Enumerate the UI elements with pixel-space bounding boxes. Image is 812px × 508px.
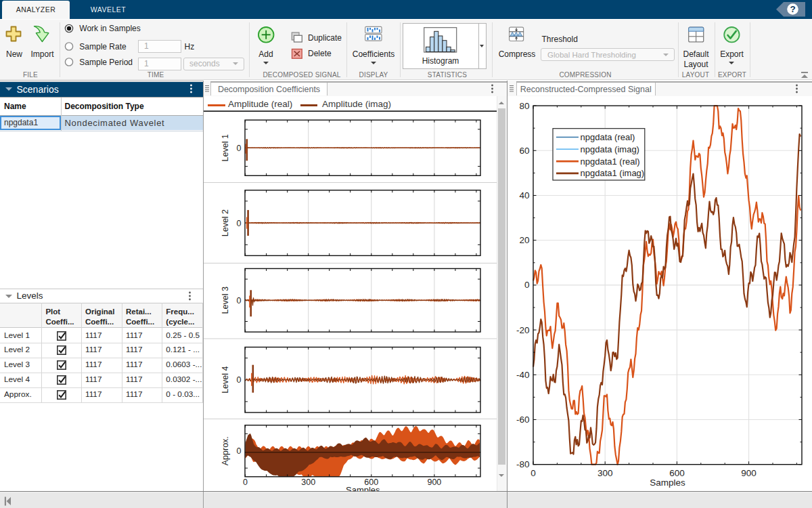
svg-text:Approx.: Approx. bbox=[221, 436, 230, 465]
svg-text:600: 600 bbox=[669, 467, 685, 478]
svg-text:Samples: Samples bbox=[346, 485, 380, 491]
svg-text:0: 0 bbox=[236, 218, 241, 228]
svg-text:npgdata (imag): npgdata (imag) bbox=[580, 144, 639, 154]
svg-text:Level 3: Level 3 bbox=[221, 287, 230, 314]
svg-text:40: 40 bbox=[519, 190, 529, 200]
svg-text:-80: -80 bbox=[516, 459, 529, 469]
svg-text:20: 20 bbox=[519, 235, 529, 245]
svg-text:0: 0 bbox=[236, 143, 241, 152]
svg-text:900: 900 bbox=[427, 477, 441, 486]
svg-text:npgdata (real): npgdata (real) bbox=[580, 132, 635, 142]
svg-text:-20: -20 bbox=[516, 324, 529, 335]
svg-text:Level 4: Level 4 bbox=[221, 366, 230, 393]
svg-text:0: 0 bbox=[524, 280, 529, 290]
svg-text:80: 80 bbox=[519, 100, 529, 110]
svg-text:Level 2: Level 2 bbox=[221, 209, 230, 236]
svg-text:?: ? bbox=[790, 4, 795, 14]
svg-text:-40: -40 bbox=[516, 369, 529, 379]
svg-text:0: 0 bbox=[243, 477, 248, 486]
svg-text:900: 900 bbox=[741, 467, 757, 478]
svg-text:Level 1: Level 1 bbox=[221, 134, 230, 161]
svg-text:0: 0 bbox=[236, 295, 241, 305]
svg-text:0: 0 bbox=[236, 446, 241, 456]
svg-text:npgdata1 (imag): npgdata1 (imag) bbox=[580, 168, 644, 178]
svg-text:Samples: Samples bbox=[650, 477, 685, 487]
svg-text:0: 0 bbox=[531, 467, 536, 478]
svg-text:300: 300 bbox=[597, 467, 612, 478]
svg-text:300: 300 bbox=[301, 477, 315, 486]
svg-text:60: 60 bbox=[519, 145, 529, 155]
svg-text:npgdata1 (real): npgdata1 (real) bbox=[580, 156, 639, 166]
svg-text:-60: -60 bbox=[516, 415, 529, 425]
svg-text:0: 0 bbox=[236, 375, 241, 385]
